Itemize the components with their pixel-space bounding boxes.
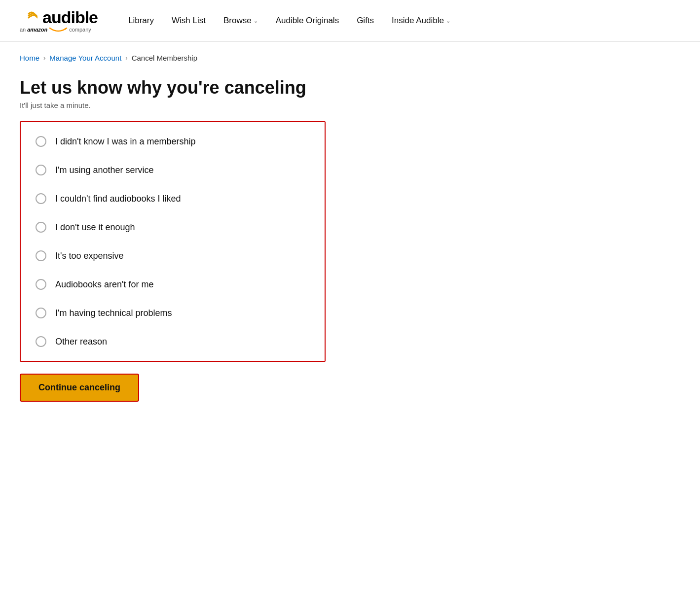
audible-signal-icon	[20, 10, 37, 22]
continue-canceling-button[interactable]: Continue canceling	[20, 374, 139, 402]
option-label-opt7: I'm having technical problems	[55, 308, 172, 318]
nav-browse[interactable]: Browse ⌄	[223, 16, 258, 26]
logo-area: audible an amazon company	[20, 9, 99, 33]
option-row[interactable]: I don't use it enough	[31, 213, 315, 242]
page-subtitle: It'll just take a minute.	[20, 101, 326, 109]
main-content: Let us know why you're canceling It'll j…	[0, 67, 345, 431]
radio-button-opt8[interactable]	[36, 336, 46, 347]
cancellation-reasons-box: I didn't know I was in a membershipI'm u…	[20, 121, 326, 362]
option-row[interactable]: I'm using another service	[31, 156, 315, 184]
radio-button-opt3[interactable]	[36, 193, 46, 204]
radio-button-opt1[interactable]	[36, 136, 46, 147]
nav-wishlist[interactable]: Wish List	[172, 16, 206, 26]
breadcrumb-manage-account[interactable]: Manage Your Account	[49, 54, 121, 62]
nav-library[interactable]: Library	[128, 16, 154, 26]
option-label-opt5: It's too expensive	[55, 251, 124, 261]
breadcrumb-home[interactable]: Home	[20, 54, 39, 62]
radio-button-opt4[interactable]	[36, 222, 46, 233]
page-title: Let us know why you're canceling	[20, 77, 326, 98]
inside-audible-chevron-icon: ⌄	[446, 18, 450, 24]
option-row[interactable]: I'm having technical problems	[31, 299, 315, 327]
option-label-opt3: I couldn't find audiobooks I liked	[55, 194, 181, 204]
radio-button-opt5[interactable]	[36, 250, 46, 261]
option-row[interactable]: Other reason	[31, 327, 315, 356]
browse-chevron-icon: ⌄	[254, 18, 258, 24]
amazon-sub: an amazon company	[20, 27, 99, 33]
option-row[interactable]: It's too expensive	[31, 242, 315, 270]
nav-gifts[interactable]: Gifts	[357, 16, 374, 26]
nav-inside-audible[interactable]: Inside Audible ⌄	[392, 16, 450, 26]
main-nav: Library Wish List Browse ⌄ Audible Origi…	[128, 16, 450, 26]
option-label-opt4: I don't use it enough	[55, 222, 135, 233]
radio-button-opt7[interactable]	[36, 308, 46, 318]
option-row[interactable]: I couldn't find audiobooks I liked	[31, 184, 315, 213]
breadcrumb-sep-2: ›	[125, 54, 127, 62]
option-label-opt1: I didn't know I was in a membership	[55, 137, 196, 147]
option-label-opt6: Audiobooks aren't for me	[55, 279, 154, 290]
breadcrumb-sep-1: ›	[43, 54, 45, 62]
option-label-opt2: I'm using another service	[55, 165, 154, 175]
option-row[interactable]: I didn't know I was in a membership	[31, 127, 315, 156]
breadcrumb: Home › Manage Your Account › Cancel Memb…	[0, 42, 700, 67]
logo-wordmark: audible	[42, 9, 98, 26]
nav-originals[interactable]: Audible Originals	[276, 16, 339, 26]
breadcrumb-current: Cancel Membership	[132, 54, 197, 62]
logo: audible	[20, 9, 99, 26]
amazon-smile-icon	[49, 27, 68, 32]
option-label-opt8: Other reason	[55, 337, 107, 347]
option-row[interactable]: Audiobooks aren't for me	[31, 270, 315, 299]
radio-button-opt2[interactable]	[36, 165, 46, 175]
site-header: audible an amazon company Library Wish L…	[0, 0, 700, 42]
radio-button-opt6[interactable]	[36, 279, 46, 290]
